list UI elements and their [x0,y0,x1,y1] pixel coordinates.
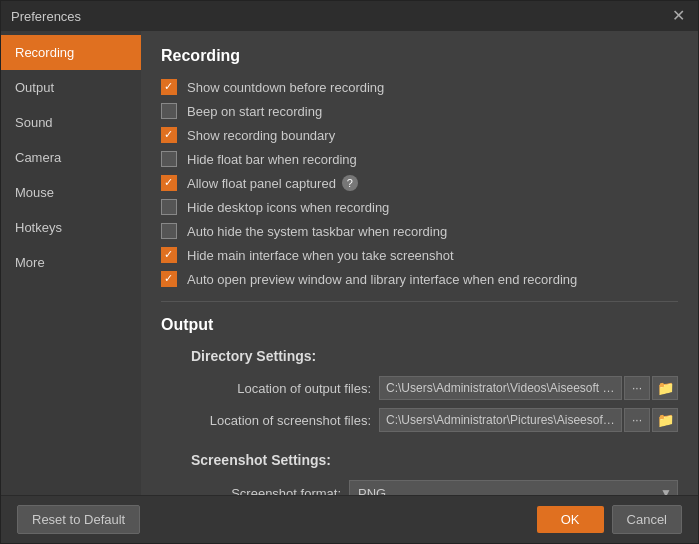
checkbox-hide-float-bar: Hide float bar when recording [161,151,678,167]
checkbox-hide-main-interface: Hide main interface when you take screen… [161,247,678,263]
screenshot-files-input[interactable] [379,408,622,432]
checkbox-allow-float-panel: Allow float panel captured ? [161,175,678,191]
sidebar-item-hotkeys[interactable]: Hotkeys [1,210,141,245]
hide-float-bar-label: Hide float bar when recording [187,152,357,167]
sidebar-item-more[interactable]: More [1,245,141,280]
beep-start-checkbox[interactable] [161,103,177,119]
hide-main-interface-label: Hide main interface when you take screen… [187,248,454,263]
close-button[interactable]: ✕ [668,6,688,26]
checkbox-auto-open-preview: Auto open preview window and library int… [161,271,678,287]
preferences-window: Preferences ✕ Recording Output Sound Cam… [0,0,699,544]
directory-settings-title: Directory Settings: [191,348,678,364]
beep-start-label: Beep on start recording [187,104,322,119]
checkbox-hide-desktop-icons: Hide desktop icons when recording [161,199,678,215]
cancel-button[interactable]: Cancel [612,505,682,534]
sidebar-item-sound[interactable]: Sound [1,105,141,140]
screenshot-format-wrapper: PNG JPG BMP GIF ▼ [349,480,678,495]
output-files-folder-button[interactable]: 📁 [652,376,678,400]
hide-main-interface-checkbox[interactable] [161,247,177,263]
screenshot-format-select[interactable]: PNG JPG BMP GIF [349,480,678,495]
section-divider [161,301,678,302]
output-files-input[interactable] [379,376,622,400]
screenshot-files-folder-button[interactable]: 📁 [652,408,678,432]
recording-section-title: Recording [161,47,678,65]
show-boundary-checkbox[interactable] [161,127,177,143]
checkbox-show-boundary: Show recording boundary [161,127,678,143]
output-files-label: Location of output files: [191,381,371,396]
help-icon[interactable]: ? [342,175,358,191]
show-countdown-checkbox[interactable] [161,79,177,95]
sidebar-item-mouse[interactable]: Mouse [1,175,141,210]
footer: Reset to Default OK Cancel [1,495,698,543]
allow-float-panel-checkbox[interactable] [161,175,177,191]
titlebar: Preferences ✕ [1,1,698,31]
sidebar-item-camera[interactable]: Camera [1,140,141,175]
screenshot-files-dots-button[interactable]: ··· [624,408,650,432]
sidebar: Recording Output Sound Camera Mouse Hotk… [1,31,141,495]
allow-float-panel-label: Allow float panel captured [187,176,336,191]
auto-open-preview-label: Auto open preview window and library int… [187,272,577,287]
auto-hide-taskbar-checkbox[interactable] [161,223,177,239]
output-files-row: Location of output files: ··· 📁 [191,376,678,400]
sidebar-item-recording[interactable]: Recording [1,35,141,70]
main-content: Recording Show countdown before recordin… [141,31,698,495]
reset-to-default-button[interactable]: Reset to Default [17,505,140,534]
show-boundary-label: Show recording boundary [187,128,335,143]
screenshot-files-label: Location of screenshot files: [191,413,371,428]
content-area: Recording Output Sound Camera Mouse Hotk… [1,31,698,495]
show-countdown-label: Show countdown before recording [187,80,384,95]
screenshot-files-row: Location of screenshot files: ··· 📁 [191,408,678,432]
checkbox-show-countdown: Show countdown before recording [161,79,678,95]
checkbox-beep-start: Beep on start recording [161,103,678,119]
hide-float-bar-checkbox[interactable] [161,151,177,167]
output-files-dots-button[interactable]: ··· [624,376,650,400]
checkbox-auto-hide-taskbar: Auto hide the system taskbar when record… [161,223,678,239]
ok-button[interactable]: OK [537,506,604,533]
screenshot-settings-title: Screenshot Settings: [191,452,678,468]
auto-hide-taskbar-label: Auto hide the system taskbar when record… [187,224,447,239]
sidebar-item-output[interactable]: Output [1,70,141,105]
output-section-title: Output [161,316,678,334]
screenshot-format-row: Screenshot format: PNG JPG BMP GIF ▼ [191,480,678,495]
footer-left: Reset to Default [17,505,537,534]
screenshot-format-label: Screenshot format: [191,486,341,496]
auto-open-preview-checkbox[interactable] [161,271,177,287]
hide-desktop-icons-label: Hide desktop icons when recording [187,200,389,215]
window-title: Preferences [11,9,668,24]
hide-desktop-icons-checkbox[interactable] [161,199,177,215]
